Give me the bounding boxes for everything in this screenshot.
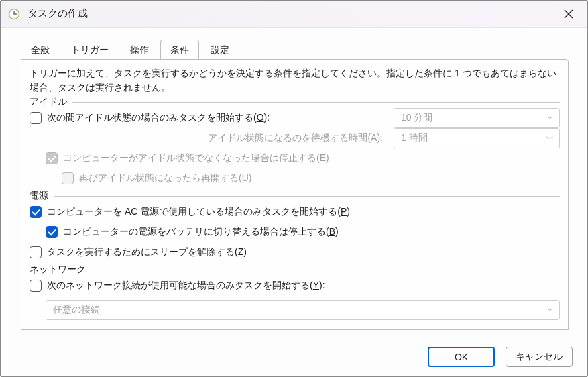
group-idle-header: アイドル	[30, 96, 560, 108]
chevron-down-icon: ﹀	[546, 113, 554, 123]
combo-idle-wait[interactable]: 1 時間 ﹀	[394, 128, 560, 148]
group-power-header: 電源	[30, 190, 560, 202]
checkbox-idle-stop-label: コンピューターがアイドル状態でなくなった場合は停止する(E)	[63, 152, 329, 164]
combo-idle-duration[interactable]: 10 分間 ﹀	[394, 108, 560, 128]
checkbox-network-start-label: 次のネットワーク接続が使用可能な場合のみタスクを開始する(Y):	[47, 280, 325, 292]
clock-icon	[7, 7, 21, 21]
tab-conditions[interactable]: 条件	[160, 40, 199, 59]
checkbox-idle-restart-label: 再びアイドル状態になったら再開する(U)	[79, 172, 251, 184]
group-network-label: ネットワーク	[30, 264, 86, 276]
checkbox-power-ac[interactable]: コンピューターを AC 電源で使用している場合のみタスクを開始する(P)	[30, 206, 350, 218]
checkbox-power-ac-label: コンピューターを AC 電源で使用している場合のみタスクを開始する(P)	[47, 206, 350, 218]
group-idle-label: アイドル	[30, 96, 67, 108]
titlebar: タスクの作成	[1, 1, 587, 28]
close-button[interactable]	[554, 4, 583, 24]
combo-idle-duration-value: 10 分間	[401, 112, 432, 124]
row-power-battery: コンピューターの電源をバッテリに切り替える場合は停止する(B)	[30, 222, 560, 242]
row-network-start: 次のネットワーク接続が使用可能な場合のみタスクを開始する(Y):	[30, 276, 560, 296]
checkbox-idle-start-label: 次の間アイドル状態の場合のみタスクを開始する(O):	[47, 112, 270, 124]
conditions-description: トリガーに加えて、タスクを実行するかどうかを決定する条件を指定してください。指定…	[30, 66, 560, 95]
tab-general[interactable]: 全般	[21, 40, 60, 59]
cancel-button[interactable]: キャンセル	[506, 347, 573, 367]
close-icon	[564, 9, 573, 19]
row-idle-start: 次の間アイドル状態の場合のみタスクを開始する(O): 10 分間 ﹀	[30, 108, 560, 128]
row-idle-restart: 再びアイドル状態になったら再開する(U)	[30, 168, 560, 188]
tab-settings[interactable]: 設定	[200, 40, 239, 59]
tab-actions[interactable]: 操作	[120, 40, 159, 59]
row-network-combo: 任意の接続 ﹀	[30, 300, 560, 320]
group-network-header: ネットワーク	[30, 264, 560, 276]
tab-triggers[interactable]: トリガー	[61, 40, 119, 59]
checkbox-power-wake[interactable]: タスクを実行するためにスリープを解除する(Z)	[30, 246, 247, 258]
tab-strip: 全般 トリガー 操作 条件 設定	[21, 40, 569, 60]
dialog-footer: OK キャンセル	[1, 340, 587, 376]
row-power-wake: タスクを実行するためにスリープを解除する(Z)	[30, 242, 560, 262]
checkbox-power-battery[interactable]: コンピューターの電源をバッテリに切り替える場合は停止する(B)	[46, 226, 339, 238]
row-idle-stop: コンピューターがアイドル状態でなくなった場合は停止する(E)	[30, 148, 560, 168]
checkbox-idle-start[interactable]: 次の間アイドル状態の場合のみタスクを開始する(O):	[30, 112, 270, 124]
group-power-label: 電源	[30, 190, 48, 202]
checkbox-power-wake-label: タスクを実行するためにスリープを解除する(Z)	[47, 246, 247, 258]
checkbox-network-start[interactable]: 次のネットワーク接続が使用可能な場合のみタスクを開始する(Y):	[30, 280, 325, 292]
checkbox-idle-restart[interactable]: 再びアイドル状態になったら再開する(U)	[62, 172, 251, 184]
chevron-down-icon: ﹀	[546, 133, 554, 144]
label-idle-wait: アイドル状態になるのを待機する時間(A):	[208, 132, 383, 143]
combo-network[interactable]: 任意の接続 ﹀	[46, 300, 560, 320]
row-power-ac: コンピューターを AC 電源で使用している場合のみタスクを開始する(P)	[30, 202, 560, 222]
dialog-window: タスクの作成 全般 トリガー 操作 条件 設定 トリガーに加えて、タスクを実行す…	[0, 0, 588, 377]
dialog-body: 全般 トリガー 操作 条件 設定 トリガーに加えて、タスクを実行するかどうかを決…	[1, 28, 587, 340]
checkbox-power-battery-label: コンピューターの電源をバッテリに切り替える場合は停止する(B)	[63, 226, 339, 238]
combo-idle-wait-value: 1 時間	[401, 132, 428, 144]
chevron-down-icon: ﹀	[546, 305, 554, 315]
combo-network-value: 任意の接続	[53, 304, 100, 316]
tab-conditions-panel: トリガーに加えて、タスクを実行するかどうかを決定する条件を指定してください。指定…	[21, 59, 569, 330]
checkbox-idle-stop[interactable]: コンピューターがアイドル状態でなくなった場合は停止する(E)	[46, 152, 329, 164]
ok-button[interactable]: OK	[428, 347, 495, 367]
row-idle-wait: アイドル状態になるのを待機する時間(A): 1 時間 ﹀	[30, 128, 560, 148]
window-title: タスクの作成	[27, 7, 88, 20]
